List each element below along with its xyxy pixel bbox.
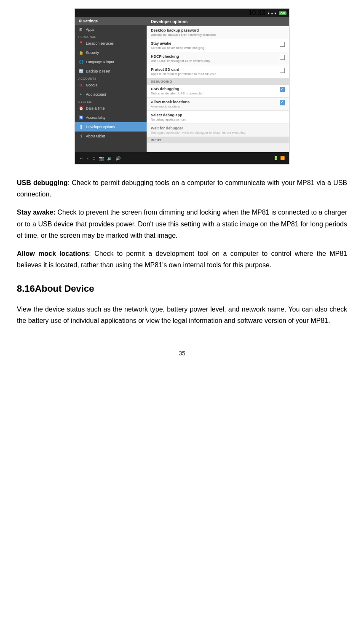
option-desc: Apps must request permission to read SD … [151,72,277,76]
sidebar-item-backup[interactable]: 🔄 Backup & reset [75,67,147,76]
wifi-icon: 📶 [280,156,285,160]
backup-icon: 🔄 [78,69,83,74]
option-text: Select debug app No debug application se… [151,113,285,121]
about-device-heading: 8.16About Device [17,281,347,296]
usb-debugging-checkbox[interactable] [280,87,285,92]
battery-icon: 🔋 [273,156,278,160]
page-number: 35 [0,341,364,361]
accessibility-icon: ♿ [78,115,83,120]
status-time: 10:33 [249,9,265,17]
option-title: Wait for debugger [151,126,285,130]
option-text: Desktop backup password Desktop full bac… [151,28,285,37]
language-icon: 🌐 [78,59,83,64]
about-label: About tablet [86,134,105,138]
language-label: Language & input [86,60,114,64]
sidebar-item-language[interactable]: 🌐 Language & input [75,57,147,67]
stay-awake-checkbox[interactable] [280,42,285,47]
option-desc: Desktop full backups aren't currently pr… [151,33,285,37]
mock-colon: : [89,250,94,257]
accessibility-label: Accessibility [86,116,105,120]
option-text: Wait for debugger Debugged application w… [151,126,285,134]
option-row-usb-debugging[interactable]: USB debugging Debug mode when USB is con… [147,85,289,98]
sidebar-item-about[interactable]: ℹ About tablet [75,132,147,141]
sidebar-item-datetime[interactable]: ⏰ Date & time [75,104,147,113]
on-badge: ON [279,11,287,15]
option-desc: Use HDCP checking for DRM content only [151,59,277,63]
about-icon: ℹ [78,134,83,139]
debugging-section-divider: DEBUGGING [147,78,289,85]
apps-label: Apps [86,27,94,32]
option-desc: Debugged application waits for debugger … [151,131,285,134]
option-title: HDCP checking [151,54,277,59]
sidebar-item-developer[interactable]: {} Developer options [75,122,147,132]
nav-icons-left: ← ○ □ 📷 🔉 🔊 [79,156,120,161]
home-icon[interactable]: ○ [87,156,89,161]
screen-content: ⚙ Settings ⊞ Apps PERSONAL 📍 Location se… [75,17,289,164]
datetime-label: Date & time [86,106,104,110]
settings-sidebar: ⚙ Settings ⊞ Apps PERSONAL 📍 Location se… [75,17,147,164]
wifi-signal-icon: ▲▲▲ [267,11,277,15]
mock-locations-paragraph: Allow mock locations: Check to permit a … [17,248,347,271]
hdcp-checkbox[interactable] [280,55,285,60]
recents-icon[interactable]: □ [93,156,95,161]
mock-locations-checkbox[interactable] [280,100,285,105]
option-title: Protect SD card [151,67,277,72]
stay-awake-term: Stay awake: [17,209,56,216]
location-icon: 📍 [78,41,83,46]
option-row-protect-sd[interactable]: Protect SD card Apps must request permis… [147,65,289,78]
stay-awake-body: Check to prevent the screen from dimming… [17,209,347,239]
sidebar-item-google[interactable]: G Google [75,81,147,90]
usb-colon: : [68,179,72,186]
volume-up-icon[interactable]: 🔊 [115,156,120,161]
google-label: Google [86,83,97,87]
option-row-wait-debugger[interactable]: Wait for debugger Debugged application w… [147,124,289,137]
option-title: Allow mock locations [151,100,277,104]
sidebar-apps-title: ⚙ Settings [75,17,147,25]
add-account-icon: + [78,92,83,97]
nav-bar: ← ○ □ 📷 🔉 🔊 🔋 📶 [75,152,289,164]
usb-debugging-term: USB debugging [17,179,68,186]
security-label: Security [86,51,99,55]
screenshot-container: 10:33 ▲▲▲ ON ⚙ Settings ⊞ Apps PERSONAL [0,0,364,169]
sidebar-item-accessibility[interactable]: ♿ Accessibility [75,113,147,122]
status-bar: 10:33 ▲▲▲ ON [75,9,289,17]
option-title: USB debugging [151,87,277,91]
about-device-paragraph: View the device status such as the netwo… [17,304,347,326]
device-screenshot: 10:33 ▲▲▲ ON ⚙ Settings ⊞ Apps PERSONAL [75,8,289,164]
system-section-label: SYSTEM [75,99,147,104]
text-content: USB debugging: Check to permit debugging… [0,169,364,341]
developer-label: Developer options [86,125,115,129]
protect-sd-checkbox[interactable] [280,68,285,73]
back-icon[interactable]: ← [79,156,83,161]
security-icon: 🔒 [78,50,83,55]
google-icon: G [78,83,83,88]
option-desc: Debug mode when USB is connected [151,91,277,95]
option-text: Stay awake Screen will never sleep while… [151,41,277,50]
sidebar-item-add-account[interactable]: + Add account [75,90,147,99]
option-desc: Allow mock locations [151,105,277,108]
option-text: Allow mock locations Allow mock location… [151,100,277,108]
settings-icon: ⚙ [78,19,83,23]
option-desc: Screen will never sleep while charging [151,46,277,50]
option-title: Select debug app [151,113,285,117]
personal-section-label: PERSONAL [75,34,147,39]
option-text: HDCP checking Use HDCP checking for DRM … [151,54,277,63]
option-title: Desktop backup password [151,28,285,32]
sidebar-item-location[interactable]: 📍 Location services [75,39,147,48]
add-account-label: Add account [86,92,106,97]
sidebar-item-apps[interactable]: ⊞ Apps [75,25,147,34]
sidebar-item-security[interactable]: 🔒 Security [75,48,147,57]
status-icons-right: 🔋 📶 [273,156,285,160]
developer-icon: {} [78,124,83,129]
option-row-mock-locations[interactable]: Allow mock locations Allow mock location… [147,98,289,111]
option-row-stay-awake[interactable]: Stay awake Screen will never sleep while… [147,39,289,52]
usb-debugging-paragraph: USB debugging: Check to permit debugging… [17,177,347,200]
volume-down-icon[interactable]: 🔉 [107,156,112,161]
screenshot-icon[interactable]: 📷 [99,156,104,161]
option-row-select-debug-app[interactable]: Select debug app No debug application se… [147,111,289,124]
option-row-backup-password[interactable]: Desktop backup password Desktop full bac… [147,26,289,39]
input-section-divider: INPUT [147,137,289,143]
option-row-hdcp[interactable]: HDCP checking Use HDCP checking for DRM … [147,52,289,65]
content-header: Developer options [147,17,289,26]
backup-label: Backup & reset [86,69,110,73]
